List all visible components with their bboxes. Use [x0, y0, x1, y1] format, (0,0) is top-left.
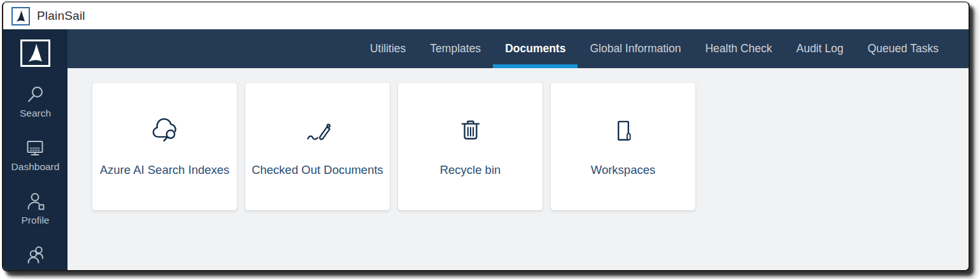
card-recycle-bin[interactable]: Recycle bin: [398, 83, 543, 210]
card-azure-ai-search-indexes[interactable]: Azure AI Search Indexes: [92, 83, 237, 210]
card-checked-out-documents[interactable]: Checked Out Documents: [245, 83, 390, 210]
app-title: PlainSail: [37, 9, 85, 23]
workspace-icon: [607, 115, 639, 148]
sidebar-item-users[interactable]: [25, 245, 46, 268]
tab-audit-log[interactable]: Audit Log: [784, 29, 855, 68]
profile-icon: [25, 191, 46, 211]
top-navbar: Utilities Templates Documents Global Inf…: [67, 29, 969, 68]
card-label: Workspaces: [591, 163, 655, 177]
app-window: PlainSail Search: [2, 1, 970, 271]
tab-utilities[interactable]: Utilities: [358, 29, 418, 68]
sidebar-item-dashboard[interactable]: Dashboard: [11, 138, 60, 173]
card-label: Azure AI Search Indexes: [100, 163, 230, 177]
titlebar: PlainSail: [3, 3, 969, 29]
sidebar-item-label: Dashboard: [11, 161, 60, 173]
card-label: Recycle bin: [440, 163, 501, 177]
users-icon: [25, 245, 46, 265]
trash-icon: [455, 115, 486, 148]
card-workspaces[interactable]: Workspaces: [551, 83, 695, 210]
sidebar-item-profile[interactable]: Profile: [22, 191, 50, 226]
sail-glyph: [24, 41, 47, 65]
main-area: Utilities Templates Documents Global Inf…: [67, 29, 969, 270]
sidebar: Search Dashboard Profile: [3, 29, 67, 270]
tab-templates[interactable]: Templates: [418, 29, 493, 68]
tab-global-information[interactable]: Global Information: [578, 29, 693, 68]
cloud-search-icon: [149, 115, 181, 148]
sidebar-logo-icon[interactable]: [20, 39, 50, 67]
tab-health-check[interactable]: Health Check: [693, 29, 784, 68]
tab-documents[interactable]: Documents: [493, 29, 578, 68]
dashboard-icon: [25, 138, 45, 158]
card-label: Checked Out Documents: [252, 163, 383, 177]
sidebar-item-label: Profile: [22, 215, 50, 226]
content-area: Azure AI Search Indexes Checked Out Docu…: [67, 68, 969, 270]
sidebar-item-label: Search: [20, 108, 51, 119]
app-body: Search Dashboard Profile: [3, 29, 969, 270]
search-icon: [25, 84, 46, 104]
sidebar-item-search[interactable]: Search: [20, 84, 51, 119]
pen-signature-icon: [302, 115, 334, 148]
sail-glyph: [13, 9, 28, 24]
tab-queued-tasks[interactable]: Queued Tasks: [855, 29, 951, 68]
plainsail-logo-icon: [11, 7, 30, 25]
